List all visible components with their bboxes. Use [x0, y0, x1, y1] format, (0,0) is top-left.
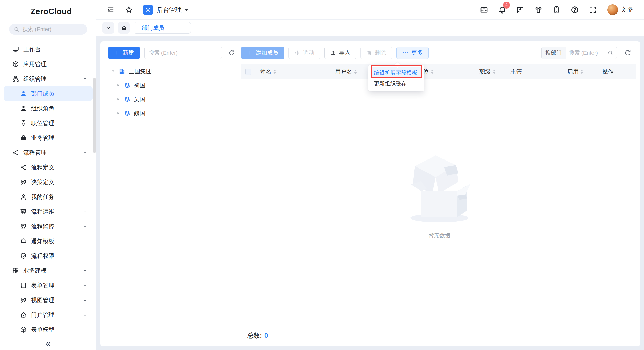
table-col-grade[interactable]: 职级 — [479, 64, 495, 79]
table-col-actions[interactable]: 操作 — [602, 64, 613, 79]
search-icon[interactable] — [607, 50, 613, 56]
tree-node-shu[interactable]: 蜀国 — [116, 78, 152, 92]
notification-bell-icon[interactable]: 4 — [498, 6, 506, 14]
chevron-up-icon — [83, 76, 87, 81]
sidebar-item-org-roles[interactable]: 组织角色 — [4, 101, 93, 116]
breadcrumb: 部门成员 — [96, 20, 644, 36]
sort-icon[interactable] — [273, 70, 276, 74]
new-button[interactable]: 新建 — [108, 47, 140, 59]
add-member-button[interactable]: 添加成员 — [241, 47, 284, 59]
sidebar-item-label: 流程权限 — [31, 252, 54, 260]
sidebar-item-position-management[interactable]: 职位管理 — [4, 116, 93, 130]
sort-icon[interactable] — [581, 70, 583, 74]
sidebar-item-process-management[interactable]: 流程管理 — [4, 145, 93, 160]
sidebar-item-notify-template[interactable]: 通知模板 — [4, 234, 93, 249]
user-icon — [20, 90, 27, 97]
sidebar-item-view-management[interactable]: 视图管理 — [4, 293, 93, 308]
tree-node-label: 三国集团 — [129, 67, 152, 75]
sidebar-item-process-monitor[interactable]: 流程监控 — [4, 219, 93, 234]
sidebar-item-form-management[interactable]: 表单管理 — [4, 278, 93, 293]
tree-caret-expanded-icon[interactable] — [111, 69, 115, 74]
feedback-chat-icon[interactable] — [516, 6, 524, 14]
caret-down-icon[interactable] — [184, 9, 188, 13]
table-col-name[interactable]: 姓名 — [260, 64, 276, 79]
sidebar-item-dept-members[interactable]: 部门成员 — [4, 86, 93, 101]
sidebar-item-app-management[interactable]: 应用管理 — [4, 57, 93, 71]
tree-caret-collapsed-icon[interactable] — [116, 111, 121, 115]
menu-fold-icon[interactable] — [107, 6, 115, 14]
empty-box-illustration — [405, 150, 473, 228]
tree-node-wei[interactable]: 魏国 — [116, 106, 152, 120]
more-button[interactable]: 更多 — [396, 47, 429, 59]
tab-dept-members[interactable]: 部门成员 — [134, 22, 191, 34]
tree-caret-collapsed-icon[interactable] — [116, 97, 121, 101]
delete-button[interactable]: 删除 — [360, 47, 392, 59]
sort-icon[interactable] — [431, 70, 433, 74]
col-label: 姓名 — [260, 68, 271, 76]
sidebar-item-process-definition[interactable]: 流程定义 — [4, 160, 93, 175]
sort-icon[interactable] — [354, 70, 357, 74]
transfer-button[interactable]: 调动 — [288, 47, 320, 59]
home-tab-icon[interactable] — [118, 22, 130, 34]
sidebar-item-label: 部门成员 — [31, 90, 54, 98]
sidebar-item-my-tasks[interactable]: 我的任务 — [4, 189, 93, 204]
share-icon — [20, 164, 27, 171]
chevron-down-icon — [83, 283, 87, 288]
footer-divider — [241, 326, 636, 326]
sidebar-item-label: 通知模板 — [31, 237, 54, 245]
sidebar-item-label: 组织角色 — [31, 104, 54, 112]
sidebar: ZeroCloud 工作台 应用管理 组织管理 部门成员 组织角色 职位管理 业… — [0, 0, 96, 350]
sidebar-item-workbench[interactable]: 工作台 — [4, 42, 93, 57]
theme-shirt-icon[interactable] — [534, 6, 543, 14]
table-refresh-icon[interactable] — [624, 49, 631, 56]
dept-search-input[interactable] — [566, 50, 607, 56]
avatar[interactable] — [607, 4, 618, 15]
sidebar-item-process-ops[interactable]: 流程运维 — [4, 204, 93, 219]
sidebar-item-business-modeling[interactable]: 业务建模 — [4, 263, 93, 278]
app-switcher[interactable]: 后台管理 — [157, 6, 182, 14]
tree-refresh-icon[interactable] — [228, 49, 235, 56]
empty-state: 暂无数据 — [405, 150, 473, 239]
archive-icon[interactable] — [480, 6, 488, 14]
app-gear-icon[interactable] — [143, 5, 153, 15]
table-col-username[interactable]: 用户名 — [335, 64, 357, 79]
menu-item-refresh-org-cache[interactable]: 更新组织缓存 — [371, 78, 421, 89]
sort-icon[interactable] — [493, 70, 495, 74]
sidebar-item-form-model[interactable]: 表单模型 — [4, 322, 93, 337]
sidebar-collapse-button[interactable] — [0, 341, 96, 348]
sidebar-search[interactable] — [9, 24, 87, 35]
sidebar-scrollbar[interactable] — [93, 78, 96, 153]
brand-logo-icon — [15, 6, 27, 18]
sidebar-item-portal-management[interactable]: 门户管理 — [4, 308, 93, 322]
favorite-star-icon[interactable] — [125, 6, 133, 14]
help-icon[interactable] — [571, 6, 579, 14]
tree-node-wu[interactable]: 吴国 — [116, 92, 152, 106]
menu-item-edit-extended-fields[interactable]: 编辑扩展字段模板 — [371, 67, 421, 78]
tree-search-input[interactable] — [149, 50, 218, 56]
table-toolbar: 添加成员 调动 导入 删除 更多 — [241, 47, 429, 59]
table-col-enabled[interactable]: 启用 — [567, 64, 583, 79]
tree-node-label: 魏国 — [134, 109, 145, 117]
sidebar-search-input[interactable] — [23, 26, 79, 32]
mobile-icon[interactable] — [552, 6, 561, 14]
transfer-label: 调动 — [303, 49, 314, 57]
import-button[interactable]: 导入 — [324, 47, 356, 59]
sidebar-item-process-permission[interactable]: 流程权限 — [4, 249, 93, 263]
sidebar-item-business-management[interactable]: 业务管理 — [4, 130, 93, 145]
tabs-chevron-down-icon[interactable] — [102, 22, 114, 34]
table-col-position[interactable]: 位 — [423, 64, 433, 79]
select-all-checkbox[interactable] — [245, 69, 251, 75]
brand[interactable]: ZeroCloud — [0, 0, 96, 18]
user-name[interactable]: 刘备 — [622, 6, 634, 14]
tree-node-root[interactable]: 三国集团 — [111, 64, 152, 78]
board-icon — [20, 208, 27, 215]
total-label: 总数: — [247, 331, 262, 340]
tree-search[interactable] — [144, 47, 222, 59]
sidebar-item-org-management[interactable]: 组织管理 — [4, 71, 93, 86]
sidebar-item-decision-definition[interactable]: 决策定义 — [4, 175, 93, 189]
tree-caret-collapsed-icon[interactable] — [116, 83, 121, 88]
fullscreen-icon[interactable] — [589, 6, 597, 14]
table-col-manager[interactable]: 主管 — [510, 64, 522, 79]
cube-icon — [20, 326, 27, 333]
layers-icon — [124, 82, 131, 89]
